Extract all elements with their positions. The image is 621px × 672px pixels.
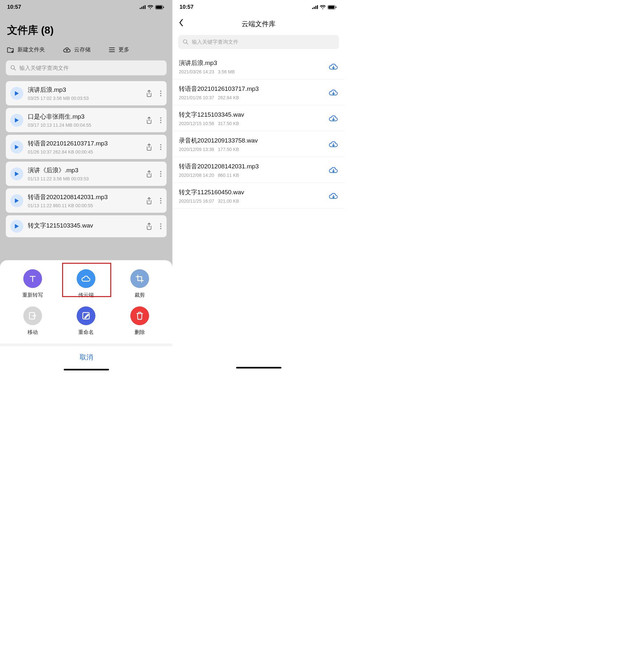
cloud-download-icon: [329, 115, 338, 122]
file-info: 演讲后浪.mp303/25 17:02 3.56 MB 00:03:53: [28, 86, 146, 101]
file-meta: 03/17 10:13 11.24 MB 00:04:55: [28, 123, 146, 128]
text-icon: [23, 269, 42, 288]
file-name: 口是心非张雨生.mp3: [28, 113, 146, 121]
share-button[interactable]: [146, 117, 152, 124]
search-input[interactable]: 输入关键字查询文件: [178, 35, 339, 49]
search-placeholder: 输入关键字查询文件: [192, 39, 238, 46]
battery-icon: [328, 5, 336, 9]
file-info: 转语音20210126103717.mp301/26 10:37 262.84 …: [28, 139, 146, 154]
svg-rect-5: [156, 6, 162, 9]
download-button[interactable]: [329, 63, 338, 71]
file-item[interactable]: 演讲后浪.mp303/25 17:02 3.56 MB 00:03:53: [6, 81, 167, 105]
cloud-file-meta: 2020/12/09 13:38 177.50 KB: [179, 147, 329, 152]
menu-icon: [109, 47, 115, 52]
wifi-icon: [148, 5, 153, 9]
action-label: 删除: [134, 329, 145, 336]
nav-title: 云端文件库: [242, 19, 276, 29]
cloud-file-meta: 2020/12/15 10:58 317.50 KB: [179, 121, 329, 126]
search-input[interactable]: 输入关键字查询文件: [6, 60, 167, 75]
cloud-file-meta: 2021/03/26 14:23 3.56 MB: [179, 69, 329, 74]
share-button[interactable]: [146, 197, 152, 204]
cloud-file-item[interactable]: 转文字1215103345.wav2020/12/15 10:58 317.50…: [172, 105, 345, 131]
svg-rect-16: [336, 6, 336, 8]
play-button[interactable]: [10, 194, 23, 207]
chevron-left-icon: [179, 19, 183, 27]
play-button[interactable]: [10, 87, 23, 100]
cloud-file-item[interactable]: 录音机20201209133758.wav2020/12/09 13:38 17…: [172, 131, 345, 157]
back-button[interactable]: [179, 19, 183, 27]
action-rename[interactable]: 重命名: [77, 306, 95, 336]
battery-icon: [155, 5, 164, 9]
svg-rect-0: [140, 8, 141, 9]
play-icon: [14, 224, 19, 229]
action-trash[interactable]: 删除: [130, 306, 149, 336]
svg-rect-6: [163, 6, 164, 8]
action-cloud[interactable]: 传云端: [77, 269, 95, 299]
share-button[interactable]: [146, 170, 152, 177]
download-button[interactable]: [329, 140, 338, 148]
download-button[interactable]: [329, 192, 338, 200]
toolbar-new-folder[interactable]: 新建文件夹: [7, 46, 45, 53]
play-button[interactable]: [10, 114, 23, 127]
share-button[interactable]: [146, 143, 152, 151]
more-button[interactable]: [158, 221, 164, 231]
toolbar-cloud[interactable]: 云存储: [63, 46, 91, 53]
file-item[interactable]: 转文字1215103345.wav: [6, 215, 167, 237]
search-icon: [10, 65, 16, 71]
share-button[interactable]: [146, 90, 152, 97]
more-button[interactable]: [158, 116, 164, 125]
svg-rect-1: [141, 7, 142, 9]
download-button[interactable]: [329, 89, 338, 96]
toolbar-cloud-label: 云存储: [74, 46, 91, 53]
cloud-file-meta: 2020/12/08 14:20 860.11 KB: [179, 173, 329, 178]
more-button[interactable]: [158, 169, 164, 179]
file-item[interactable]: 转语音20210126103717.mp301/26 10:37 262.84 …: [6, 135, 167, 159]
status-icons: [140, 5, 164, 9]
cloud-file-item[interactable]: 转语音20201208142031.mp32020/12/08 14:20 86…: [172, 157, 345, 183]
more-button[interactable]: [158, 89, 164, 98]
action-crop[interactable]: 裁剪: [130, 269, 149, 299]
file-name: 演讲《后浪》.mp3: [28, 166, 146, 175]
cloud-download-icon: [329, 63, 338, 71]
file-name: 演讲后浪.mp3: [28, 86, 146, 94]
file-item[interactable]: 口是心非张雨生.mp303/17 10:13 11.24 MB 00:04:55: [6, 108, 167, 132]
file-info: 转语音20201208142031.mp301/13 11:22 860.11 …: [28, 193, 146, 208]
play-icon: [14, 171, 19, 177]
file-info: 演讲《后浪》.mp301/13 11:22 3.56 MB 00:03:53: [28, 166, 146, 181]
play-icon: [14, 118, 19, 123]
cancel-button[interactable]: 取消: [0, 346, 172, 367]
file-item[interactable]: 转语音20201208142031.mp301/13 11:22 860.11 …: [6, 188, 167, 213]
play-button[interactable]: [10, 220, 23, 233]
cloud-file-item[interactable]: 演讲后浪.mp32021/03/26 14:23 3.56 MB: [172, 54, 345, 80]
file-item[interactable]: 演讲《后浪》.mp301/13 11:22 3.56 MB 00:03:53: [6, 162, 167, 186]
signal-icon: [140, 5, 146, 9]
download-button[interactable]: [329, 115, 338, 122]
cloud-info: 演讲后浪.mp32021/03/26 14:23 3.56 MB: [179, 59, 329, 74]
cloud-file-item[interactable]: 转语音20210126103717.mp32021/01/26 10:37 26…: [172, 80, 345, 105]
cloud-file-name: 转语音20201208142031.mp3: [179, 162, 329, 171]
page-title: 文件库 (8): [0, 14, 172, 42]
rename-icon: [77, 306, 95, 325]
cloud-icon: [63, 47, 71, 53]
file-info: 转文字1215103345.wav: [28, 221, 146, 231]
file-name: 转文字1215103345.wav: [28, 221, 146, 230]
action-move[interactable]: 移动: [23, 306, 42, 336]
file-meta: 01/13 11:22 3.56 MB 00:03:53: [28, 176, 146, 181]
play-button[interactable]: [10, 141, 23, 153]
signal-icon: [312, 5, 318, 9]
svg-rect-13: [317, 5, 318, 9]
share-button[interactable]: [146, 223, 152, 230]
toolbar-more[interactable]: 更多: [109, 46, 129, 53]
download-button[interactable]: [329, 166, 338, 174]
svg-rect-10: [312, 8, 313, 9]
action-text[interactable]: 重新转写: [22, 269, 43, 299]
svg-point-7: [11, 65, 14, 69]
file-name: 转语音20210126103717.mp3: [28, 139, 146, 148]
file-list: 演讲后浪.mp303/25 17:02 3.56 MB 00:03:53口是心非…: [0, 80, 172, 237]
cloud-file-item[interactable]: 转文字1125160450.wav2020/11/25 16:07 321.00…: [172, 183, 345, 209]
more-button[interactable]: [158, 142, 164, 152]
more-button[interactable]: [158, 196, 164, 206]
play-button[interactable]: [10, 168, 23, 180]
move-icon: [23, 306, 42, 325]
cloud-info: 转语音20210126103717.mp32021/01/26 10:37 26…: [179, 85, 329, 100]
